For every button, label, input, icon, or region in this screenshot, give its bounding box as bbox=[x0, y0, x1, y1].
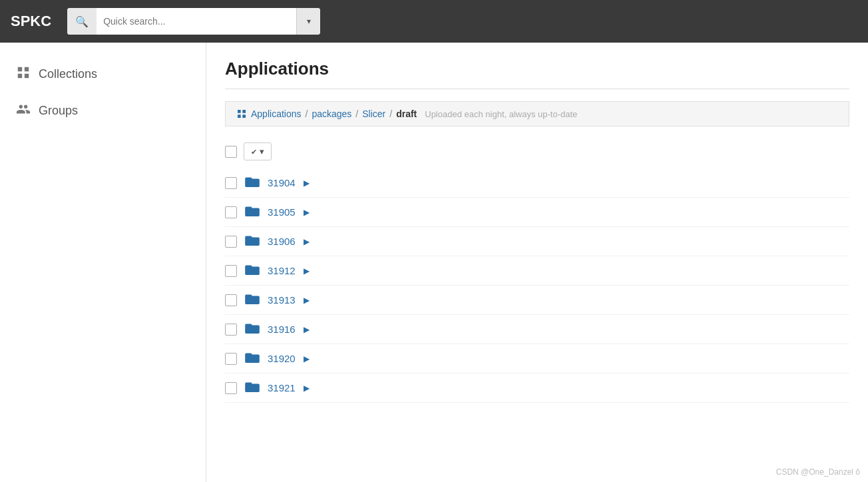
file-name-link[interactable]: 31921 bbox=[268, 382, 296, 393]
sidebar-item-collections[interactable]: Collections bbox=[0, 56, 206, 93]
file-name-link[interactable]: 31913 bbox=[268, 294, 296, 306]
sidebar-item-groups[interactable]: Groups bbox=[0, 93, 206, 129]
expand-arrow-icon[interactable]: ▶ bbox=[304, 237, 310, 246]
row-checkbox[interactable] bbox=[225, 236, 237, 248]
expand-arrow-icon[interactable]: ▶ bbox=[304, 354, 310, 363]
select-dropdown-button[interactable] bbox=[244, 142, 272, 160]
folder-icon bbox=[245, 292, 260, 308]
app-logo: SPKC bbox=[11, 13, 51, 30]
folder-icon bbox=[245, 380, 260, 395]
folder-icon bbox=[245, 175, 260, 190]
row-checkbox[interactable] bbox=[225, 324, 237, 336]
folder-icon bbox=[245, 204, 260, 220]
expand-arrow-icon[interactable]: ▶ bbox=[304, 383, 310, 393]
expand-arrow-icon[interactable]: ▶ bbox=[304, 208, 310, 217]
sidebar: Collections Groups bbox=[0, 43, 206, 482]
sidebar-groups-label: Groups bbox=[39, 104, 78, 118]
breadcrumb-sep-3: / bbox=[389, 109, 392, 119]
collections-icon bbox=[16, 65, 31, 83]
table-row: 31906 ▶ bbox=[225, 227, 849, 256]
table-row: 31905 ▶ bbox=[225, 198, 849, 227]
breadcrumb-slicer[interactable]: Slicer bbox=[362, 109, 385, 119]
breadcrumb: Applications / packages / Slicer / draft… bbox=[225, 101, 849, 126]
footer-watermark: CSDN @One_Danzel ô bbox=[776, 467, 860, 477]
search-submit-button[interactable]: 🔍 bbox=[67, 8, 97, 35]
expand-arrow-icon[interactable]: ▶ bbox=[304, 325, 310, 334]
expand-arrow-icon[interactable]: ▶ bbox=[304, 178, 310, 188]
folder-icon bbox=[245, 234, 260, 249]
row-checkbox[interactable] bbox=[225, 353, 237, 365]
folder-icon bbox=[245, 351, 260, 366]
expand-arrow-icon[interactable]: ▶ bbox=[304, 296, 310, 305]
table-row: 31920 ▶ bbox=[225, 344, 849, 373]
breadcrumb-draft: draft bbox=[396, 109, 417, 119]
table-row: 31916 ▶ bbox=[225, 315, 849, 344]
file-name-link[interactable]: 31904 bbox=[268, 177, 296, 188]
breadcrumb-description: Uploaded each night, always up-to-date bbox=[425, 109, 577, 119]
page-title: Applications bbox=[225, 59, 849, 89]
file-name-link[interactable]: 31916 bbox=[268, 324, 296, 335]
search-dropdown-button[interactable] bbox=[296, 8, 320, 35]
search-bar: 🔍 bbox=[67, 8, 320, 35]
expand-arrow-icon[interactable]: ▶ bbox=[304, 266, 310, 276]
breadcrumb-sep-2: / bbox=[355, 109, 358, 119]
table-row: 31904 ▶ bbox=[225, 168, 849, 198]
main-layout: Collections Groups Applications Applicat… bbox=[0, 43, 868, 482]
row-checkbox[interactable] bbox=[225, 265, 237, 277]
file-list: 31904 ▶ 31905 ▶ 31906 ▶ 31912 ▶ bbox=[225, 168, 849, 403]
file-name-link[interactable]: 31920 bbox=[268, 353, 296, 364]
row-checkbox[interactable] bbox=[225, 206, 237, 218]
folder-icon bbox=[245, 263, 260, 278]
chevron-down-icon bbox=[307, 17, 311, 26]
file-name-link[interactable]: 31905 bbox=[268, 206, 296, 218]
folder-icon bbox=[245, 322, 260, 337]
breadcrumb-packages[interactable]: packages bbox=[312, 109, 351, 119]
breadcrumb-applications[interactable]: Applications bbox=[251, 109, 302, 119]
table-row: 31921 ▶ bbox=[225, 373, 849, 403]
main-content: Applications Applications / packages / S… bbox=[206, 43, 868, 482]
breadcrumb-sep-1: / bbox=[306, 109, 308, 119]
chevron-down-icon bbox=[260, 146, 264, 156]
toolbar bbox=[225, 137, 849, 168]
table-row: 31912 ▶ bbox=[225, 256, 849, 286]
select-all-checkbox[interactable] bbox=[225, 146, 237, 158]
row-checkbox[interactable] bbox=[225, 177, 237, 189]
search-input[interactable] bbox=[97, 16, 296, 27]
app-header: SPKC 🔍 bbox=[0, 0, 868, 43]
groups-icon bbox=[16, 102, 31, 120]
table-row: 31913 ▶ bbox=[225, 286, 849, 315]
row-checkbox[interactable] bbox=[225, 382, 237, 394]
check-icon bbox=[251, 146, 257, 156]
row-checkbox[interactable] bbox=[225, 294, 237, 306]
sidebar-collections-label: Collections bbox=[39, 67, 97, 81]
file-name-link[interactable]: 31906 bbox=[268, 236, 296, 247]
breadcrumb-apps-icon bbox=[236, 109, 247, 119]
file-name-link[interactable]: 31912 bbox=[268, 265, 296, 276]
